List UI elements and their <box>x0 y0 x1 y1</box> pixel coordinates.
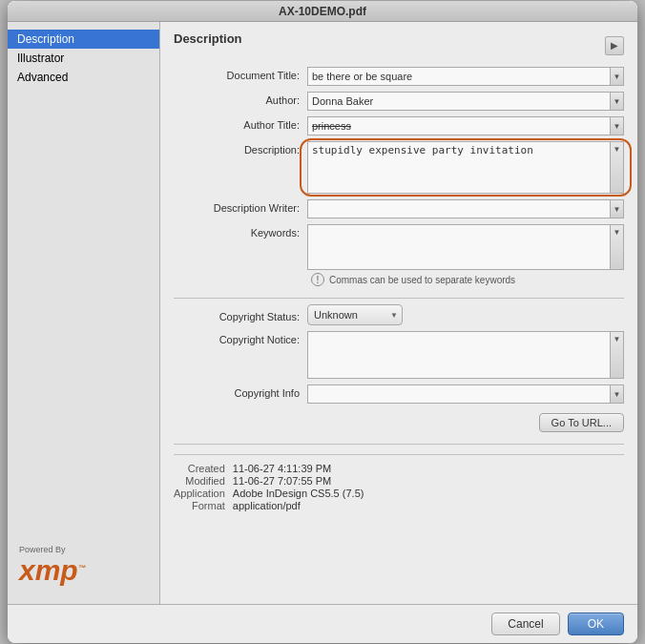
keywords-row: Keywords: ▼ ! Commas can be used to sepa… <box>174 224 624 286</box>
description-arrow[interactable]: ▼ <box>611 141 624 194</box>
sidebar-item-advanced[interactable]: Advanced <box>8 68 159 87</box>
application-value: Adobe InDesign CS5.5 (7.5) <box>233 488 624 499</box>
main-window: AX-10DEMO.pdf Description Illustrator Ad… <box>8 1 637 643</box>
created-label: Created <box>174 463 225 474</box>
hint-icon: ! <box>311 273 324 286</box>
copyright-notice-input[interactable] <box>307 331 611 379</box>
cancel-button[interactable]: Cancel <box>491 613 559 635</box>
copyright-info-label: Copyright Info <box>174 384 307 399</box>
copyright-status-label: Copyright Status: <box>174 308 307 322</box>
keywords-hint: ! Commas can be used to separate keyword… <box>311 273 624 286</box>
section-title: Description <box>174 31 242 50</box>
document-title-input[interactable] <box>307 67 611 86</box>
description-writer-row: Description Writer: ▼ <box>174 199 624 218</box>
bottom-bar: Cancel OK <box>8 604 637 643</box>
author-title-label: Author Title: <box>174 116 307 131</box>
author-label: Author: <box>174 92 307 106</box>
keywords-label: Keywords: <box>174 224 307 239</box>
document-title-row: Document Title: ▼ <box>174 67 624 86</box>
description-writer-arrow[interactable]: ▼ <box>611 199 624 218</box>
description-row: Description: ▼ <box>174 141 624 194</box>
copyright-status-select[interactable]: Unknown <box>307 304 403 325</box>
copyright-status-wrap: Unknown <box>307 304 403 325</box>
copyright-status-row: Copyright Status: Unknown <box>174 304 624 325</box>
document-title-label: Document Title: <box>174 67 307 81</box>
ok-button[interactable]: OK <box>568 613 624 635</box>
powered-by-label: Powered By <box>19 545 66 554</box>
author-title-row: Author Title: ▼ <box>174 116 624 135</box>
copyright-notice-label: Copyright Notice: <box>174 331 307 345</box>
author-title-input[interactable] <box>307 116 611 135</box>
author-arrow[interactable]: ▼ <box>611 92 624 111</box>
sidebar: Description Illustrator Advanced Powered… <box>8 22 160 604</box>
main-content: Description ▶ Document Title: ▼ Author: … <box>160 22 637 604</box>
sidebar-item-illustrator[interactable]: Illustrator <box>8 49 159 68</box>
copyright-info-arrow[interactable]: ▼ <box>611 384 624 404</box>
copyright-info-input[interactable] <box>307 384 611 404</box>
divider-1 <box>174 298 624 299</box>
copyright-info-row: Copyright Info ▼ <box>174 384 624 404</box>
modified-value: 11-06-27 7:07:55 PM <box>233 475 624 487</box>
description-label: Description: <box>174 141 307 156</box>
divider-2 <box>174 444 624 445</box>
sidebar-item-description[interactable]: Description <box>8 30 159 49</box>
created-value: 11-06-27 4:11:39 PM <box>233 463 624 474</box>
title-bar: AX-10DEMO.pdf <box>8 1 637 22</box>
nav-arrow-icon[interactable]: ▶ <box>605 36 624 55</box>
copyright-notice-row: Copyright Notice: ▼ <box>174 331 624 379</box>
goto-row: Go To URL... <box>174 413 624 432</box>
goto-url-button[interactable]: Go To URL... <box>539 413 624 432</box>
description-writer-input[interactable] <box>307 199 611 218</box>
author-row: Author: ▼ <box>174 92 624 111</box>
section-header: Description ▶ <box>174 31 624 59</box>
keywords-arrow[interactable]: ▼ <box>611 224 624 270</box>
author-title-arrow[interactable]: ▼ <box>611 116 624 135</box>
description-input[interactable] <box>307 141 611 194</box>
keywords-input[interactable] <box>307 224 611 270</box>
sidebar-bottom: Powered By xmp™ <box>8 533 159 596</box>
copyright-notice-arrow[interactable]: ▼ <box>611 331 624 379</box>
window-body: Description Illustrator Advanced Powered… <box>8 22 637 604</box>
window-title: AX-10DEMO.pdf <box>279 5 366 18</box>
document-title-arrow[interactable]: ▼ <box>611 67 624 86</box>
modified-label: Modified <box>174 475 225 487</box>
format-value: application/pdf <box>233 500 624 511</box>
metadata-footer: Created 11-06-27 4:11:39 PM Modified 11-… <box>174 454 624 511</box>
xmp-logo: xmp™ <box>19 556 86 585</box>
author-input[interactable] <box>307 92 611 111</box>
application-label: Application <box>174 488 225 499</box>
format-label: Format <box>174 500 225 511</box>
description-writer-label: Description Writer: <box>174 199 307 214</box>
